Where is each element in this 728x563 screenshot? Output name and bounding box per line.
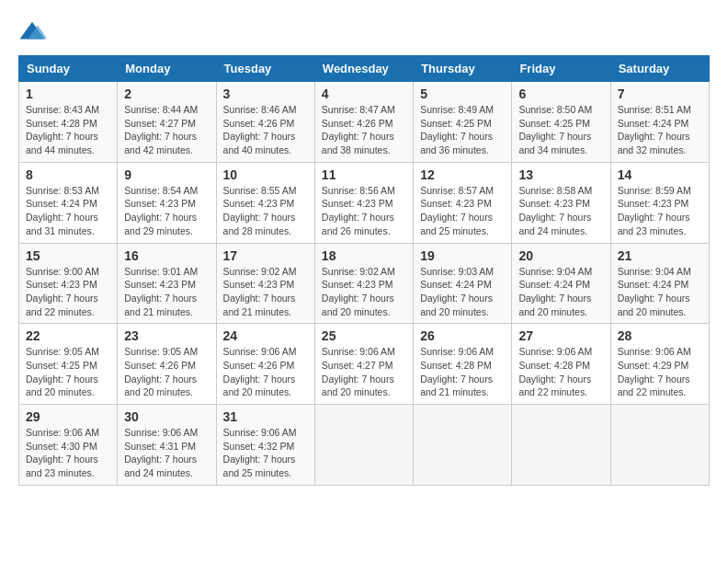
day-info: Sunrise: 9:05 AMSunset: 4:26 PMDaylight:… <box>124 346 198 397</box>
calendar-header-row: SundayMondayTuesdayWednesdayThursdayFrid… <box>19 56 710 82</box>
day-cell: 25Sunrise: 9:06 AMSunset: 4:27 PMDayligh… <box>314 324 413 405</box>
day-cell: 5Sunrise: 8:49 AMSunset: 4:25 PMDaylight… <box>414 82 512 163</box>
day-cell: 29Sunrise: 9:06 AMSunset: 4:30 PMDayligh… <box>19 405 118 486</box>
day-number: 9 <box>124 167 209 182</box>
day-number: 17 <box>223 248 308 263</box>
day-number: 14 <box>618 167 702 182</box>
day-info: Sunrise: 8:53 AMSunset: 4:24 PMDaylight:… <box>26 185 99 236</box>
day-cell <box>610 405 709 486</box>
day-cell: 8Sunrise: 8:53 AMSunset: 4:24 PMDaylight… <box>19 162 118 243</box>
column-header-wednesday: Wednesday <box>314 56 413 82</box>
day-cell: 18Sunrise: 9:02 AMSunset: 4:23 PMDayligh… <box>314 243 413 324</box>
day-info: Sunrise: 9:01 AMSunset: 4:23 PMDaylight:… <box>124 266 198 317</box>
day-info: Sunrise: 9:06 AMSunset: 4:31 PMDaylight:… <box>124 427 198 478</box>
day-number: 28 <box>618 328 702 343</box>
day-info: Sunrise: 9:06 AMSunset: 4:26 PMDaylight:… <box>223 346 297 397</box>
day-cell: 19Sunrise: 9:03 AMSunset: 4:24 PMDayligh… <box>414 243 512 324</box>
day-number: 13 <box>518 167 603 182</box>
day-info: Sunrise: 8:51 AMSunset: 4:24 PMDaylight:… <box>618 104 691 155</box>
day-number: 8 <box>26 167 110 182</box>
day-info: Sunrise: 9:06 AMSunset: 4:32 PMDaylight:… <box>223 427 297 478</box>
day-info: Sunrise: 8:55 AMSunset: 4:23 PMDaylight:… <box>223 185 297 236</box>
day-cell: 31Sunrise: 9:06 AMSunset: 4:32 PMDayligh… <box>216 405 314 486</box>
day-info: Sunrise: 9:06 AMSunset: 4:30 PMDaylight:… <box>26 427 99 478</box>
day-number: 31 <box>223 409 308 424</box>
day-cell: 2Sunrise: 8:44 AMSunset: 4:27 PMDaylight… <box>118 82 216 163</box>
day-number: 6 <box>518 86 603 101</box>
day-number: 29 <box>26 409 110 424</box>
day-cell: 10Sunrise: 8:55 AMSunset: 4:23 PMDayligh… <box>216 162 314 243</box>
day-number: 11 <box>322 167 406 182</box>
day-cell: 4Sunrise: 8:47 AMSunset: 4:26 PMDaylight… <box>314 82 413 163</box>
day-number: 1 <box>26 86 110 101</box>
day-info: Sunrise: 8:46 AMSunset: 4:26 PMDaylight:… <box>223 104 297 155</box>
day-info: Sunrise: 9:02 AMSunset: 4:23 PMDaylight:… <box>223 266 297 317</box>
day-cell: 30Sunrise: 9:06 AMSunset: 4:31 PMDayligh… <box>118 405 216 486</box>
day-number: 27 <box>518 328 603 343</box>
day-cell: 6Sunrise: 8:50 AMSunset: 4:25 PMDaylight… <box>512 82 610 163</box>
day-info: Sunrise: 9:06 AMSunset: 4:27 PMDaylight:… <box>322 346 395 397</box>
day-number: 25 <box>322 328 406 343</box>
day-cell: 12Sunrise: 8:57 AMSunset: 4:23 PMDayligh… <box>414 162 512 243</box>
column-header-saturday: Saturday <box>610 56 709 82</box>
day-number: 24 <box>223 328 308 343</box>
day-cell: 14Sunrise: 8:59 AMSunset: 4:23 PMDayligh… <box>610 162 709 243</box>
day-info: Sunrise: 8:59 AMSunset: 4:23 PMDaylight:… <box>618 185 691 236</box>
week-row-1: 1Sunrise: 8:43 AMSunset: 4:28 PMDaylight… <box>19 82 710 163</box>
day-number: 26 <box>420 328 505 343</box>
day-info: Sunrise: 8:58 AMSunset: 4:23 PMDaylight:… <box>518 185 592 236</box>
day-info: Sunrise: 8:49 AMSunset: 4:25 PMDaylight:… <box>420 104 494 155</box>
day-number: 5 <box>420 86 505 101</box>
day-number: 7 <box>618 86 702 101</box>
day-cell <box>314 405 413 486</box>
day-cell: 3Sunrise: 8:46 AMSunset: 4:26 PMDaylight… <box>216 82 314 163</box>
day-number: 20 <box>518 248 603 263</box>
day-cell: 9Sunrise: 8:54 AMSunset: 4:23 PMDaylight… <box>118 162 216 243</box>
day-info: Sunrise: 8:56 AMSunset: 4:23 PMDaylight:… <box>322 185 395 236</box>
week-row-3: 15Sunrise: 9:00 AMSunset: 4:23 PMDayligh… <box>19 243 710 324</box>
day-number: 10 <box>223 167 308 182</box>
day-cell: 16Sunrise: 9:01 AMSunset: 4:23 PMDayligh… <box>118 243 216 324</box>
column-header-monday: Monday <box>118 56 216 82</box>
column-header-friday: Friday <box>512 56 610 82</box>
day-info: Sunrise: 9:02 AMSunset: 4:23 PMDaylight:… <box>322 266 395 317</box>
day-info: Sunrise: 9:06 AMSunset: 4:28 PMDaylight:… <box>420 346 494 397</box>
calendar-table: SundayMondayTuesdayWednesdayThursdayFrid… <box>18 55 710 486</box>
logo <box>18 18 50 46</box>
day-info: Sunrise: 9:06 AMSunset: 4:29 PMDaylight:… <box>618 346 691 397</box>
day-info: Sunrise: 8:57 AMSunset: 4:23 PMDaylight:… <box>420 185 494 236</box>
day-cell: 26Sunrise: 9:06 AMSunset: 4:28 PMDayligh… <box>414 324 512 405</box>
week-row-5: 29Sunrise: 9:06 AMSunset: 4:30 PMDayligh… <box>19 405 710 486</box>
day-cell: 17Sunrise: 9:02 AMSunset: 4:23 PMDayligh… <box>216 243 314 324</box>
day-info: Sunrise: 9:06 AMSunset: 4:28 PMDaylight:… <box>518 346 592 397</box>
day-cell: 28Sunrise: 9:06 AMSunset: 4:29 PMDayligh… <box>610 324 709 405</box>
day-number: 22 <box>26 328 110 343</box>
day-cell: 23Sunrise: 9:05 AMSunset: 4:26 PMDayligh… <box>118 324 216 405</box>
column-header-sunday: Sunday <box>19 56 118 82</box>
day-info: Sunrise: 8:47 AMSunset: 4:26 PMDaylight:… <box>322 104 395 155</box>
day-info: Sunrise: 8:54 AMSunset: 4:23 PMDaylight:… <box>124 185 198 236</box>
day-cell: 1Sunrise: 8:43 AMSunset: 4:28 PMDaylight… <box>19 82 118 163</box>
day-info: Sunrise: 9:04 AMSunset: 4:24 PMDaylight:… <box>518 266 592 317</box>
column-header-tuesday: Tuesday <box>216 56 314 82</box>
day-info: Sunrise: 8:50 AMSunset: 4:25 PMDaylight:… <box>518 104 592 155</box>
page-header <box>18 18 710 46</box>
day-info: Sunrise: 9:03 AMSunset: 4:24 PMDaylight:… <box>420 266 494 317</box>
day-number: 2 <box>124 86 209 101</box>
day-cell: 27Sunrise: 9:06 AMSunset: 4:28 PMDayligh… <box>512 324 610 405</box>
day-number: 30 <box>124 409 209 424</box>
day-info: Sunrise: 8:43 AMSunset: 4:28 PMDaylight:… <box>26 104 99 155</box>
day-number: 12 <box>420 167 505 182</box>
week-row-2: 8Sunrise: 8:53 AMSunset: 4:24 PMDaylight… <box>19 162 710 243</box>
day-info: Sunrise: 9:04 AMSunset: 4:24 PMDaylight:… <box>618 266 691 317</box>
day-cell: 15Sunrise: 9:00 AMSunset: 4:23 PMDayligh… <box>19 243 118 324</box>
day-number: 4 <box>322 86 406 101</box>
day-cell: 13Sunrise: 8:58 AMSunset: 4:23 PMDayligh… <box>512 162 610 243</box>
day-number: 21 <box>618 248 702 263</box>
day-number: 3 <box>223 86 308 101</box>
logo-icon <box>18 18 46 46</box>
day-cell <box>512 405 610 486</box>
day-number: 16 <box>124 248 209 263</box>
day-number: 15 <box>26 248 110 263</box>
day-cell: 22Sunrise: 9:05 AMSunset: 4:25 PMDayligh… <box>19 324 118 405</box>
